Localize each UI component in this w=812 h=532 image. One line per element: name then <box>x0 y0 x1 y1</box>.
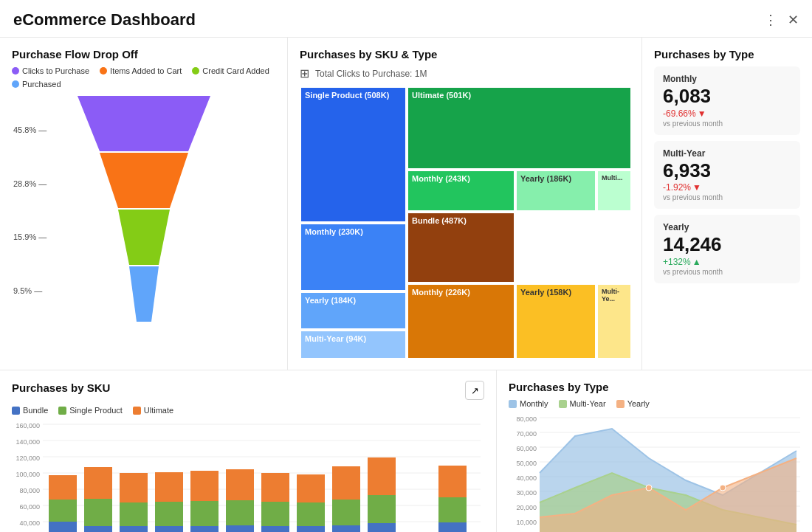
svg-text:120,000: 120,000 <box>16 455 40 462</box>
title-bar: eCommerce Dashboard ⋮ ✕ <box>0 0 812 38</box>
svg-rect-47 <box>332 500 360 525</box>
svg-rect-50 <box>368 495 396 523</box>
funnel-labels: 45.8% — 28.8% — 15.9% — 9.5% — <box>13 96 47 325</box>
svg-rect-24 <box>49 475 77 500</box>
cell-ultimate-monthly[interactable]: Monthly (243K) <box>407 170 515 212</box>
svg-rect-32 <box>155 502 183 526</box>
funnel-label-2: 15.9% — <box>13 232 47 241</box>
legend-label-ultimate: Ultimate <box>144 406 173 415</box>
cell-ultimate-multi[interactable]: Multi... <box>596 170 632 212</box>
ptype-multiyear-sub: vs previous month <box>663 193 791 201</box>
purchase-flow-title: Purchase Flow Drop Off <box>12 48 275 61</box>
legend-label-purchased: Purchased <box>22 80 61 89</box>
svg-text:40,000: 40,000 <box>516 474 537 482</box>
purchases-type-panel: Purchases by Type Monthly 6,083 -69.66% … <box>642 38 812 370</box>
funnel-label-0: 45.8% — <box>13 125 47 134</box>
legend-label-monthly-chart: Monthly <box>520 399 548 408</box>
svg-text:10,000: 10,000 <box>516 519 537 526</box>
psku-header: ⊞ Total Clicks to Purchase: 1M <box>300 66 630 80</box>
svg-rect-40 <box>261 526 289 532</box>
legend-monthly-chart: Monthly <box>509 399 548 408</box>
psku-subtitle: Total Clicks to Purchase: 1M <box>315 69 427 79</box>
svg-marker-3 <box>129 266 159 322</box>
legend-dot-credit <box>192 67 199 75</box>
cell-ultimate-yearly[interactable]: Yearly (186K) <box>515 170 596 212</box>
legend-yearly-chart: Yearly <box>616 399 650 408</box>
cell-single-yearly[interactable]: Yearly (184K) <box>300 291 407 330</box>
svg-rect-37 <box>226 525 254 532</box>
bar-chart-svg: 160,000 140,000 120,000 100,000 80,000 6… <box>12 421 484 532</box>
svg-rect-27 <box>84 467 112 499</box>
svg-rect-22 <box>49 522 77 532</box>
cell-bundle-monthly[interactable]: Monthly (226K) <box>407 283 515 359</box>
legend-dot-purchased <box>12 80 19 88</box>
purchase-flow-legend: Clicks to Purchase Items Added to Cart C… <box>12 66 275 89</box>
svg-marker-0 <box>78 96 210 151</box>
close-icon[interactable]: ✕ <box>788 12 799 28</box>
ptype-monthly-label: Monthly <box>663 74 791 84</box>
legend-credit: Credit Card Added <box>192 66 269 75</box>
svg-rect-35 <box>190 501 219 526</box>
purchase-flow-panel: Purchase Flow Drop Off Clicks to Purchas… <box>0 38 288 370</box>
svg-rect-23 <box>49 500 77 522</box>
ptype-yearly-value: 14,246 <box>663 234 791 255</box>
svg-rect-42 <box>261 473 289 502</box>
legend-sq-bundle <box>12 407 20 415</box>
top-row: Purchase Flow Drop Off Clicks to Purchas… <box>0 38 812 370</box>
ptype-yearly-row: Yearly 14,246 +132% ▲ vs previous month <box>654 215 800 283</box>
svg-rect-33 <box>155 472 183 502</box>
title-bar-actions: ⋮ ✕ <box>764 12 799 28</box>
svg-rect-45 <box>297 474 325 502</box>
cell-single-multiyear[interactable]: Multi-Year (94K) <box>300 330 407 359</box>
legend-sq-yearly <box>616 400 625 408</box>
legend-purchased: Purchased <box>12 80 61 89</box>
legend-sq-multiyear <box>559 400 567 408</box>
legend-label-single: Single Product <box>69 406 123 415</box>
purchases-sku-bar-panel: Purchases by SKU ↗ Bundle Single Product… <box>0 370 497 532</box>
cell-single-monthly[interactable]: Monthly (230K) <box>300 223 407 291</box>
ptype-yearly-change: +132% ▲ <box>663 257 791 267</box>
purchases-sku-panel: Purchases by SKU & Type ⊞ Total Clicks t… <box>288 38 642 370</box>
svg-marker-2 <box>118 210 170 265</box>
svg-point-87 <box>720 485 726 491</box>
svg-text:140,000: 140,000 <box>16 438 40 446</box>
cell-bundle-yearly[interactable]: Yearly (158K) <box>515 283 596 359</box>
svg-text:30,000: 30,000 <box>516 489 537 497</box>
cell-single-product[interactable]: Single Product (508K) <box>300 86 407 223</box>
cell-ultimate[interactable]: Ultimate (501K) <box>407 86 632 170</box>
legend-dot-clicks <box>12 67 19 75</box>
funnel-label-1: 28.8% — <box>13 179 47 188</box>
svg-rect-26 <box>84 499 112 526</box>
svg-rect-30 <box>120 473 148 502</box>
svg-rect-48 <box>332 466 360 500</box>
legend-label-credit: Credit Card Added <box>202 66 269 75</box>
more-icon[interactable]: ⋮ <box>764 12 777 28</box>
table-icon: ⊞ <box>300 66 309 80</box>
legend-label-multiyear-chart: Multi-Year <box>570 399 606 408</box>
svg-rect-43 <box>297 526 325 532</box>
svg-rect-44 <box>297 502 325 526</box>
svg-rect-36 <box>190 471 219 501</box>
legend-bundle: Bundle <box>12 406 48 415</box>
cell-bundle[interactable]: Bundle (487K) <box>407 212 515 283</box>
svg-text:80,000: 80,000 <box>516 415 537 423</box>
legend-sq-monthly <box>509 400 517 408</box>
svg-text:50,000: 50,000 <box>516 460 537 467</box>
export-button[interactable]: ↗ <box>465 381 484 400</box>
svg-text:60,000: 60,000 <box>19 503 40 511</box>
ptype-monthly-row: Monthly 6,083 -69.66% ▼ vs previous mont… <box>654 66 800 135</box>
type-chart-legend: Monthly Multi-Year Yearly <box>509 399 804 408</box>
svg-text:40,000: 40,000 <box>19 519 40 527</box>
svg-marker-1 <box>100 153 188 208</box>
ptype-multiyear-row: Multi-Year 6,933 -1.92% ▼ vs previous mo… <box>654 141 800 210</box>
bar-chart-area: 160,000 140,000 120,000 100,000 80,000 6… <box>12 421 484 532</box>
cell-bundle-multi[interactable]: Multi-Ye... <box>596 283 632 359</box>
svg-rect-39 <box>226 469 254 500</box>
ptype-monthly-change: -69.66% ▼ <box>663 108 791 119</box>
svg-rect-31 <box>155 526 183 532</box>
svg-text:80,000: 80,000 <box>19 487 40 494</box>
funnel-chart <box>41 96 247 325</box>
svg-text:20,000: 20,000 <box>516 504 537 511</box>
ptype-multiyear-value: 6,933 <box>663 160 791 182</box>
area-chart-svg: 80,000 70,000 60,000 50,000 40,000 30,00… <box>509 414 804 532</box>
